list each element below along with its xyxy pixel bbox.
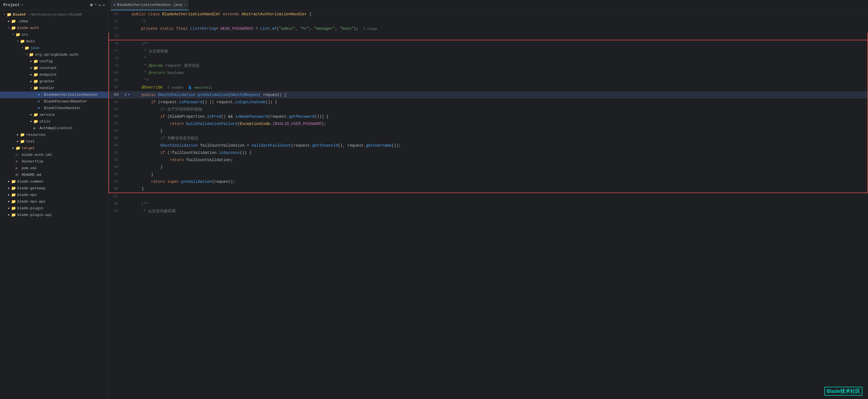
tree-item-blade-ops-api[interactable]: ▶ 📁 blade-ops-api — [0, 198, 108, 205]
tree-item-blade-token-handler[interactable]: ▶ ● BladeTokenHandler — [0, 105, 108, 112]
blade-password-handler-label: BladePasswordHandler — [44, 98, 87, 105]
code-line-91: 91 if (!failCountValidation.isSuccess())… — [109, 149, 867, 156]
line-number-83: 83 — [109, 91, 123, 98]
code-line-81: 81 */ — [109, 77, 867, 84]
code-line-90: 90 OAuth2Validation failCountValidation … — [109, 142, 867, 149]
add-icon[interactable]: ⊕ — [90, 2, 93, 8]
org-springblade-label: org.springblade.auth — [35, 52, 79, 58]
tree-item-blade-gateway[interactable]: ▶ 📁 blade-gateway — [0, 185, 108, 192]
no-arrow: ▶ — [33, 105, 38, 111]
tree-item-test[interactable]: ▶ 📁 test — [0, 138, 108, 145]
code-line-98: 98 /** — [108, 200, 868, 207]
tree-item-blade-plugin[interactable]: ▶ 📁 blade-plugin — [0, 205, 108, 212]
line-content-99: * 认证前失败回调 — [131, 207, 868, 215]
granter-folder-icon: 📁 — [33, 79, 38, 85]
code-line-97: 97 — [108, 193, 868, 200]
arrow-icon: ▾ — [20, 45, 25, 51]
line-number-80: 80 — [109, 69, 123, 77]
module-folder-icon: 📁 — [11, 25, 16, 31]
granter-label: granter — [39, 79, 55, 85]
tree-item-blade-common[interactable]: ▶ 📁 blade-common — [0, 178, 108, 185]
tree-item-org-springblade[interactable]: ▾ 📁 org.springblade.auth — [0, 52, 108, 58]
tree-item-blade-password-handler[interactable]: ▶ ● BladePasswordHandler — [0, 98, 108, 105]
code-line-80: 80 * @return boolean — [109, 69, 867, 77]
arrow-icon: ▶ — [7, 205, 11, 211]
tree-item-blade-auth[interactable]: ▾ 📁 blade-auth — [0, 25, 108, 31]
arrow-icon: ▶ — [7, 192, 11, 198]
tree-item-java[interactable]: ▾ 📁 java — [0, 45, 108, 52]
line-number-79: 79 — [109, 62, 123, 69]
tree-item-blade-ops[interactable]: ▶ 📁 blade-ops — [0, 192, 108, 198]
tree-item-readme-md[interactable]: ▶ M↓ README.md — [0, 172, 108, 178]
tree-item-blade-auth-handler[interactable]: ▶ ● BladeAuthorizationHandler — [0, 91, 108, 98]
tree-item-src[interactable]: ▾ 📁 src — [0, 31, 108, 38]
arrow-icon: ▶ — [29, 112, 33, 118]
code-line-74: 74 private static final List<String> WEA… — [108, 25, 868, 33]
line-content-84: if (request.isPassword() || request.isCa… — [131, 98, 867, 106]
tree-item-handler[interactable]: ▾ 📁 handler — [0, 85, 108, 91]
line-content-89: // 判断登录是否锁定 — [131, 135, 867, 142]
line-content-74: private static final List<String> WEAK_P… — [131, 25, 868, 33]
tree-item-main[interactable]: ▾ 📁 main — [0, 38, 108, 45]
arrow-icon: ▶ — [29, 58, 33, 64]
tree-item-idea[interactable]: ▶ 📁 .idea — [0, 18, 108, 25]
code-scroll-area[interactable]: 64 public class BladeAuthorizationHandle… — [108, 10, 868, 399]
tree-item-granter[interactable]: ▶ 📁 granter — [0, 78, 108, 85]
java-class-icon3: ● — [38, 105, 43, 111]
code-line-95: 95 return super.preValidation(request); — [109, 178, 867, 185]
folder-icon: 📁 — [11, 18, 16, 25]
code-line-78: 78 * — [109, 55, 867, 62]
bladex-label: BladeX ~/Workspaces/product/BladeX — [13, 12, 82, 18]
tree-item-config[interactable]: ▶ 📁 config — [0, 58, 108, 65]
auth-application-label: AuthApplication — [39, 125, 72, 131]
line-content-92: return failCountValidation; — [131, 156, 867, 164]
blade-watermark: Blade技术社区 — [824, 387, 862, 396]
line-content-96: } — [131, 185, 867, 193]
tree-item-dockerfile[interactable]: ▶ ≡ Dockerfile — [0, 158, 108, 165]
package-folder-icon: 📁 — [29, 52, 34, 58]
code-line-89: 89 // 判断登录是否锁定 — [109, 135, 867, 142]
blade-ops-api-label: blade-ops-api — [17, 199, 45, 205]
tree-item-pom-xml[interactable]: ▶ m pom.xml — [0, 165, 108, 172]
line-gutter-83: @ ● — [123, 91, 131, 98]
tree-item-service[interactable]: ▶ 📁 service — [0, 112, 108, 118]
line-content-90: OAuth2Validation failCountValidation = v… — [131, 142, 867, 149]
code-line-84: 84 if (request.isPassword() || request.i… — [109, 98, 867, 106]
line-content-93: } — [131, 164, 867, 171]
tree-item-utils[interactable]: ▶ 📁 utils — [0, 118, 108, 125]
main-folder-icon: 📁 — [20, 38, 25, 45]
sidebar-tree: ▾ 📁 BladeX ~/Workspaces/product/BladeX ▶… — [0, 10, 108, 399]
target-folder-icon: 📁 — [16, 145, 21, 151]
tree-item-constant[interactable]: ▶ 📁 constant — [0, 65, 108, 72]
code-line-82: 82 @Override 2 usages 👤 smallchill — [109, 84, 867, 91]
java-label: java — [31, 45, 39, 51]
tree-item-endpoint[interactable]: ▶ 📁 endpoint — [0, 72, 108, 78]
tree-item-target[interactable]: ▶ 📁 target — [0, 145, 108, 152]
sidebar-header[interactable]: Project ▾ ⊕ ⌃ ✕ ⋯ — [0, 0, 108, 10]
code-editor[interactable]: 64 public class BladeAuthorizationHandle… — [108, 10, 868, 399]
up-icon[interactable]: ⌃ — [95, 3, 97, 7]
blade-ops-label: blade-ops — [17, 192, 37, 198]
tree-item-auth-application[interactable]: ▶ ◉ AuthApplication — [0, 125, 108, 132]
code-line-86: 86 if (bladeProperties.isProd() && isWea… — [109, 113, 867, 120]
tab-blade-auth-handler[interactable]: ● BladeAuthorizationHandler.java ✕ — [111, 0, 188, 10]
line-number-82: 82 — [109, 84, 123, 91]
src-folder-icon: 📁 — [16, 32, 21, 38]
line-content-82: @Override 2 usages 👤 smallchill — [131, 84, 867, 91]
tree-item-blade-plugin-api[interactable]: ▶ 📁 blade-plugin-api — [0, 212, 108, 219]
watermark-text: Blade技术社区 — [827, 389, 860, 394]
more-icon[interactable]: ⋯ — [102, 3, 105, 7]
line-number-76: 76 — [109, 40, 123, 48]
tree-item-resources[interactable]: ▶ 📁 resources — [0, 132, 108, 138]
md-file-icon: M↓ — [16, 172, 21, 178]
endpoint-folder-icon: 📁 — [33, 72, 38, 78]
close-icon[interactable]: ✕ — [98, 3, 101, 7]
tab-close-button[interactable]: ✕ — [184, 3, 186, 7]
arrow-icon: ▾ — [11, 32, 16, 38]
tree-item-blade-auth-iml[interactable]: ▶ □ blade-auth.iml — [0, 152, 108, 158]
tree-item-bladex[interactable]: ▾ 📁 BladeX ~/Workspaces/product/BladeX — [0, 11, 108, 18]
line-content-98: /** — [131, 200, 868, 207]
line-content-73: */ — [131, 18, 868, 25]
arrow-icon: ▾ — [16, 38, 20, 45]
line-number-87: 87 — [109, 120, 123, 127]
